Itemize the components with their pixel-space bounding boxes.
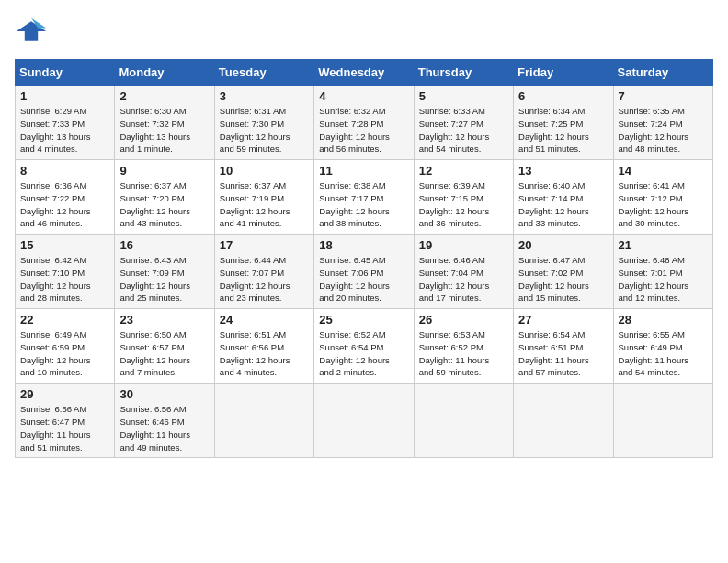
calendar-cell <box>214 384 313 458</box>
weekday-header-monday: Monday <box>115 60 214 86</box>
day-info: Sunrise: 6:29 AM Sunset: 7:33 PM Dayligh… <box>20 105 109 155</box>
day-info: Sunrise: 6:44 AM Sunset: 7:07 PM Dayligh… <box>220 254 309 304</box>
page-header <box>15 15 713 48</box>
day-number: 29 <box>20 387 109 401</box>
day-number: 25 <box>319 313 408 327</box>
day-info: Sunrise: 6:49 AM Sunset: 6:59 PM Dayligh… <box>20 328 109 379</box>
day-info: Sunrise: 6:43 AM Sunset: 7:09 PM Dayligh… <box>119 254 209 304</box>
weekday-header-thursday: Thursday <box>414 60 513 86</box>
weekday-header-tuesday: Tuesday <box>214 60 313 86</box>
day-info: Sunrise: 6:54 AM Sunset: 6:51 PM Dayligh… <box>518 328 608 379</box>
day-number: 21 <box>619 238 708 252</box>
day-info: Sunrise: 6:46 AM Sunset: 7:04 PM Dayligh… <box>419 254 508 304</box>
calendar-week-row: 8Sunrise: 6:36 AM Sunset: 7:22 PM Daylig… <box>16 160 713 235</box>
weekday-header-saturday: Saturday <box>613 60 712 86</box>
calendar-cell: 14Sunrise: 6:41 AM Sunset: 7:12 PM Dayli… <box>613 160 712 235</box>
day-number: 12 <box>419 164 508 178</box>
calendar-cell <box>613 384 712 458</box>
day-info: Sunrise: 6:53 AM Sunset: 6:52 PM Dayligh… <box>419 328 508 379</box>
day-number: 26 <box>419 313 508 327</box>
day-number: 30 <box>119 387 209 401</box>
day-number: 22 <box>20 313 109 327</box>
day-number: 24 <box>220 313 309 327</box>
day-number: 4 <box>319 89 408 103</box>
calendar-cell: 30Sunrise: 6:56 AM Sunset: 6:46 PM Dayli… <box>115 384 214 458</box>
calendar-cell: 17Sunrise: 6:44 AM Sunset: 7:07 PM Dayli… <box>214 235 313 309</box>
day-info: Sunrise: 6:50 AM Sunset: 6:57 PM Dayligh… <box>119 328 209 379</box>
day-number: 17 <box>220 238 309 252</box>
calendar-table: SundayMondayTuesdayWednesdayThursdayFrid… <box>15 59 713 458</box>
calendar-cell: 7Sunrise: 6:35 AM Sunset: 7:24 PM Daylig… <box>613 86 712 160</box>
day-info: Sunrise: 6:38 AM Sunset: 7:17 PM Dayligh… <box>319 179 408 230</box>
day-info: Sunrise: 6:33 AM Sunset: 7:27 PM Dayligh… <box>419 105 508 155</box>
day-number: 2 <box>119 89 209 103</box>
day-number: 27 <box>518 313 608 327</box>
day-info: Sunrise: 6:48 AM Sunset: 7:01 PM Dayligh… <box>619 254 708 304</box>
day-number: 28 <box>619 313 708 327</box>
weekday-header-wednesday: Wednesday <box>314 60 414 86</box>
day-info: Sunrise: 6:39 AM Sunset: 7:15 PM Dayligh… <box>419 179 508 230</box>
day-number: 15 <box>20 238 109 252</box>
day-info: Sunrise: 6:32 AM Sunset: 7:28 PM Dayligh… <box>319 105 408 155</box>
calendar-cell: 1Sunrise: 6:29 AM Sunset: 7:33 PM Daylig… <box>16 86 115 160</box>
calendar-week-row: 15Sunrise: 6:42 AM Sunset: 7:10 PM Dayli… <box>16 235 713 309</box>
calendar-cell: 3Sunrise: 6:31 AM Sunset: 7:30 PM Daylig… <box>214 86 313 160</box>
calendar-cell: 9Sunrise: 6:37 AM Sunset: 7:20 PM Daylig… <box>115 160 214 235</box>
day-info: Sunrise: 6:31 AM Sunset: 7:30 PM Dayligh… <box>220 105 309 155</box>
day-info: Sunrise: 6:40 AM Sunset: 7:14 PM Dayligh… <box>518 179 608 230</box>
calendar-cell: 16Sunrise: 6:43 AM Sunset: 7:09 PM Dayli… <box>115 235 214 309</box>
calendar-cell: 13Sunrise: 6:40 AM Sunset: 7:14 PM Dayli… <box>514 160 613 235</box>
calendar-cell <box>314 384 414 458</box>
calendar-cell: 18Sunrise: 6:45 AM Sunset: 7:06 PM Dayli… <box>314 235 414 309</box>
day-number: 14 <box>619 164 708 178</box>
day-number: 16 <box>119 238 209 252</box>
calendar-cell: 6Sunrise: 6:34 AM Sunset: 7:25 PM Daylig… <box>514 86 613 160</box>
day-info: Sunrise: 6:30 AM Sunset: 7:32 PM Dayligh… <box>119 105 209 155</box>
calendar-cell: 8Sunrise: 6:36 AM Sunset: 7:22 PM Daylig… <box>16 160 115 235</box>
calendar-week-row: 1Sunrise: 6:29 AM Sunset: 7:33 PM Daylig… <box>16 86 713 160</box>
day-info: Sunrise: 6:52 AM Sunset: 6:54 PM Dayligh… <box>319 328 408 379</box>
day-info: Sunrise: 6:41 AM Sunset: 7:12 PM Dayligh… <box>619 179 708 230</box>
day-info: Sunrise: 6:47 AM Sunset: 7:02 PM Dayligh… <box>518 254 608 304</box>
day-number: 5 <box>419 89 508 103</box>
day-info: Sunrise: 6:34 AM Sunset: 7:25 PM Dayligh… <box>518 105 608 155</box>
calendar-cell: 5Sunrise: 6:33 AM Sunset: 7:27 PM Daylig… <box>414 86 513 160</box>
calendar-cell <box>514 384 613 458</box>
day-info: Sunrise: 6:51 AM Sunset: 6:56 PM Dayligh… <box>220 328 309 379</box>
day-info: Sunrise: 6:35 AM Sunset: 7:24 PM Dayligh… <box>619 105 708 155</box>
weekday-header-sunday: Sunday <box>16 60 115 86</box>
day-number: 9 <box>119 164 209 178</box>
day-number: 6 <box>518 89 608 103</box>
calendar-cell: 10Sunrise: 6:37 AM Sunset: 7:19 PM Dayli… <box>214 160 313 235</box>
day-number: 23 <box>119 313 209 327</box>
calendar-cell: 20Sunrise: 6:47 AM Sunset: 7:02 PM Dayli… <box>514 235 613 309</box>
calendar-week-row: 29Sunrise: 6:56 AM Sunset: 6:47 PM Dayli… <box>16 384 713 458</box>
day-number: 3 <box>220 89 309 103</box>
calendar-cell: 21Sunrise: 6:48 AM Sunset: 7:01 PM Dayli… <box>613 235 712 309</box>
day-info: Sunrise: 6:56 AM Sunset: 6:46 PM Dayligh… <box>119 403 209 454</box>
calendar-week-row: 22Sunrise: 6:49 AM Sunset: 6:59 PM Dayli… <box>16 309 713 384</box>
weekday-header-friday: Friday <box>514 60 613 86</box>
day-number: 18 <box>319 238 408 252</box>
weekday-header-row: SundayMondayTuesdayWednesdayThursdayFrid… <box>16 60 713 86</box>
day-number: 20 <box>518 238 608 252</box>
day-info: Sunrise: 6:45 AM Sunset: 7:06 PM Dayligh… <box>319 254 408 304</box>
day-number: 8 <box>20 164 109 178</box>
day-info: Sunrise: 6:37 AM Sunset: 7:19 PM Dayligh… <box>220 179 309 230</box>
calendar-cell: 24Sunrise: 6:51 AM Sunset: 6:56 PM Dayli… <box>214 309 313 384</box>
calendar-cell: 11Sunrise: 6:38 AM Sunset: 7:17 PM Dayli… <box>314 160 414 235</box>
calendar-cell: 2Sunrise: 6:30 AM Sunset: 7:32 PM Daylig… <box>115 86 214 160</box>
logo-icon <box>15 15 48 48</box>
calendar-cell: 12Sunrise: 6:39 AM Sunset: 7:15 PM Dayli… <box>414 160 513 235</box>
calendar-cell: 28Sunrise: 6:55 AM Sunset: 6:49 PM Dayli… <box>613 309 712 384</box>
day-number: 19 <box>419 238 508 252</box>
calendar-cell: 23Sunrise: 6:50 AM Sunset: 6:57 PM Dayli… <box>115 309 214 384</box>
day-info: Sunrise: 6:37 AM Sunset: 7:20 PM Dayligh… <box>119 179 209 230</box>
calendar-cell: 25Sunrise: 6:52 AM Sunset: 6:54 PM Dayli… <box>314 309 414 384</box>
calendar-cell: 26Sunrise: 6:53 AM Sunset: 6:52 PM Dayli… <box>414 309 513 384</box>
day-number: 1 <box>20 89 109 103</box>
day-info: Sunrise: 6:42 AM Sunset: 7:10 PM Dayligh… <box>20 254 109 304</box>
calendar-cell: 4Sunrise: 6:32 AM Sunset: 7:28 PM Daylig… <box>314 86 414 160</box>
day-number: 13 <box>518 164 608 178</box>
day-info: Sunrise: 6:56 AM Sunset: 6:47 PM Dayligh… <box>20 403 109 454</box>
